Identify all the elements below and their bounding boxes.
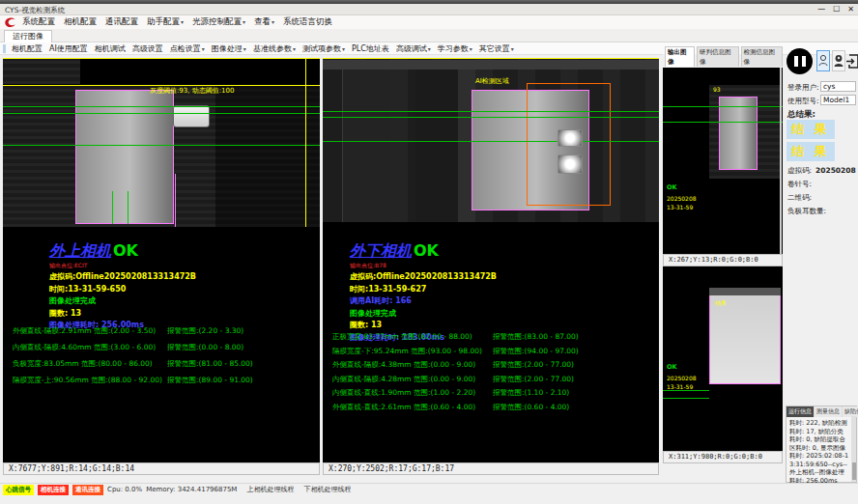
info-line: 图像处理完成 <box>49 295 196 306</box>
menu-item-view[interactable]: 查看▾ <box>254 16 274 28</box>
thumbnail-canvas-2[interactable]: 结果 OK 20250208 13-31-59 <box>663 266 783 452</box>
middle-camera-canvas[interactable]: AI检测区域 外下相机OK 输出点位:B78 虚拟码:Offline202502… <box>323 58 659 462</box>
toolbar-baseline-params[interactable]: 基准线参数▾ <box>253 43 296 54</box>
camera-info-lines: 虚拟码:Offline2025020813313472B 时间:13-31-59… <box>49 271 196 330</box>
thumb-time: 13-31-59 <box>667 383 693 390</box>
measurement-row: 外侧直线-直线:2.61mm 范围:(0.60 - 4.00)报警范围:(0.6… <box>332 403 579 412</box>
toolbar-learning-params[interactable]: 学习参数▾ <box>438 43 472 54</box>
camera-result: OK <box>113 241 138 260</box>
winding-pin-label: 卷针号: <box>787 180 812 189</box>
lower-camera-thread-link[interactable]: 下相机处理线程 <box>303 485 351 494</box>
cpu-text: Cpu: 0.0% <box>107 486 142 493</box>
result-box-lower: 结 果 <box>786 142 835 161</box>
measure-tick <box>112 191 113 224</box>
threshold-label: 93 <box>713 86 721 93</box>
image-edge <box>780 68 782 255</box>
image-band <box>709 288 781 295</box>
measurement-row: 正极宽度:83.77mm 范围:(82.00 - 88.00)报警范围:(83.… <box>332 332 579 342</box>
pause-button[interactable] <box>786 48 813 74</box>
window-controls: — ☐ ✕ <box>817 5 854 14</box>
thumbnail-panel-2: 结果 OK 20250208 13-31-59 X:311;Y:980;R:0;… <box>663 266 783 463</box>
thumb-status: OK <box>667 183 677 191</box>
chevron-down-icon: ▾ <box>202 45 205 52</box>
chevron-down-icon: ▾ <box>243 45 246 52</box>
menu-item-system-config[interactable]: 系统配置 <box>22 16 55 28</box>
coordinate-bar: X:270;Y:2502;R:17;G:17;B:17 <box>323 462 659 475</box>
connector-part <box>173 105 210 127</box>
model-value[interactable]: Model1 <box>820 95 856 105</box>
minimize-button[interactable]: — <box>817 5 825 14</box>
toolbar-plc-address[interactable]: PLC地址表 <box>352 43 389 54</box>
toolbar-test-params[interactable]: 测试项参数▾ <box>302 43 345 54</box>
toolbar-image-processing[interactable]: 图像处理▾ <box>212 43 246 54</box>
info-line: 圈数: 13 <box>49 308 196 319</box>
thumb-tab-judge-info[interactable]: 研判信息图像 <box>697 46 739 67</box>
measurement-row: 负极宽度:83.05mm 范围:(80.00 - 86.00)报警范围:(81.… <box>13 359 253 369</box>
log-tab-measure-info[interactable]: 测量信息 <box>815 406 842 417</box>
chevron-down-icon: ▾ <box>428 45 431 52</box>
electrode-part <box>75 90 174 224</box>
left-camera-panel: 灰度阈值:93, 动态阈值:100 外上相机OK 输出点位:ECIT 虚拟码:O… <box>3 58 320 475</box>
thumb-tab-detect-info[interactable]: 检测信息图像 <box>741 46 784 67</box>
chevron-down-icon: ▾ <box>470 45 472 52</box>
coordinate-bar: X:311;Y:980;R:0;G:0;B:0 <box>663 451 783 463</box>
log-scrollbar-thumb[interactable] <box>852 462 856 480</box>
chevron-down-icon: ▾ <box>293 45 296 52</box>
left-camera-canvas[interactable]: 灰度阈值:93, 动态阈值:100 外上相机OK 输出点位:ECIT 虚拟码:O… <box>3 58 320 462</box>
toolbar-ai-config[interactable]: AI使用配置 <box>49 43 88 54</box>
chevron-down-icon: ▾ <box>272 18 274 25</box>
login-user-label: 登录用户: <box>787 83 819 93</box>
log-scrollbar[interactable] <box>851 416 856 482</box>
electrode-part <box>719 97 758 170</box>
operator-button[interactable] <box>832 50 845 71</box>
tab-run-image[interactable]: 运行图像 <box>4 30 52 42</box>
measure-line <box>323 117 659 118</box>
virtual-code-label: 虚拟码: <box>787 166 812 176</box>
heartbeat-badge: 心跳信号 <box>3 485 34 495</box>
login-user-value[interactable]: cys <box>820 81 856 92</box>
toolbar-camera-config[interactable]: 相机配置 <box>12 43 43 54</box>
thumb-status: OK <box>667 363 677 371</box>
info-line: 时间:13-31-59-650 <box>49 284 196 294</box>
measure-line <box>3 113 320 114</box>
toolbar-camera-debug[interactable]: 相机调试 <box>95 43 126 54</box>
menu-item-camera-config[interactable]: 相机配置 <box>64 16 97 28</box>
menu-item-language-switch[interactable]: 系统语言切换 <box>283 16 332 28</box>
thumbnail-canvas-1[interactable]: 93 OK 20250208 13-31-59 <box>663 68 783 255</box>
thumb-tab-output[interactable]: 输出图像 <box>665 46 695 67</box>
ai-region-label: AI检测区域 <box>475 76 509 86</box>
log-text: 耗时: 222, 缺陷检测耗时: 17, 缺陷分类耗时: 0, 缺陷提取合区耗时… <box>786 417 856 487</box>
info-line: 虚拟码:Offline2025020813313472B <box>49 271 196 282</box>
menu-item-light-config[interactable]: 光源控制配置▾ <box>192 16 245 28</box>
log-tab-run-info[interactable]: 运行信息 <box>786 406 814 417</box>
user-button[interactable] <box>816 50 830 71</box>
menu-item-comm-config[interactable]: 通讯配置 <box>105 16 138 28</box>
toolbar-advanced-settings[interactable]: 高级设置 <box>132 43 163 54</box>
camera-result: OK <box>414 241 439 260</box>
measurement-list: 正极宽度:83.77mm 范围:(82.00 - 88.00)报警范围:(83.… <box>332 332 579 412</box>
chevron-down-icon: ▾ <box>342 45 345 52</box>
info-line: 时间:13-31-59-627 <box>350 284 497 294</box>
camera-connection-badge: 相机连接 <box>38 485 69 495</box>
toolbar-spot-check[interactable]: 点检设置▾ <box>170 43 205 54</box>
toolbar-advanced-debug[interactable]: 高级调试▾ <box>396 43 431 54</box>
threshold-label: 灰度阈值:93, 动态阈值:100 <box>150 86 234 96</box>
pause-icon <box>794 56 806 67</box>
toolbar-grip[interactable] <box>3 44 6 53</box>
menu-item-assistant-config[interactable]: 助手配置▾ <box>147 16 184 28</box>
upper-camera-thread-link[interactable]: 上相机处理线程 <box>246 485 294 494</box>
reflective-tab <box>558 154 583 174</box>
measure-tick <box>128 191 129 224</box>
thumbnail-tabs: 输出图像 研判信息图像 检测信息图像 <box>663 54 783 67</box>
maximize-button[interactable]: ☐ <box>833 5 840 14</box>
machinery-pillar <box>415 70 458 222</box>
chevron-down-icon: ▾ <box>243 18 245 25</box>
logout-button[interactable] <box>845 50 858 71</box>
virtual-code-value: 20250208 <box>815 166 856 175</box>
app-logo-icon <box>4 17 16 28</box>
close-button[interactable]: ✕ <box>847 5 854 14</box>
measure-line <box>323 111 659 112</box>
toolbar-other-settings[interactable]: 其它设置▾ <box>479 43 514 54</box>
thumb-overlay: 结果 <box>715 299 727 308</box>
measurement-row: 外侧直线-隔膜:2.91mm 范围:(2.00 - 3.50)报警范围:(2.2… <box>13 326 253 336</box>
